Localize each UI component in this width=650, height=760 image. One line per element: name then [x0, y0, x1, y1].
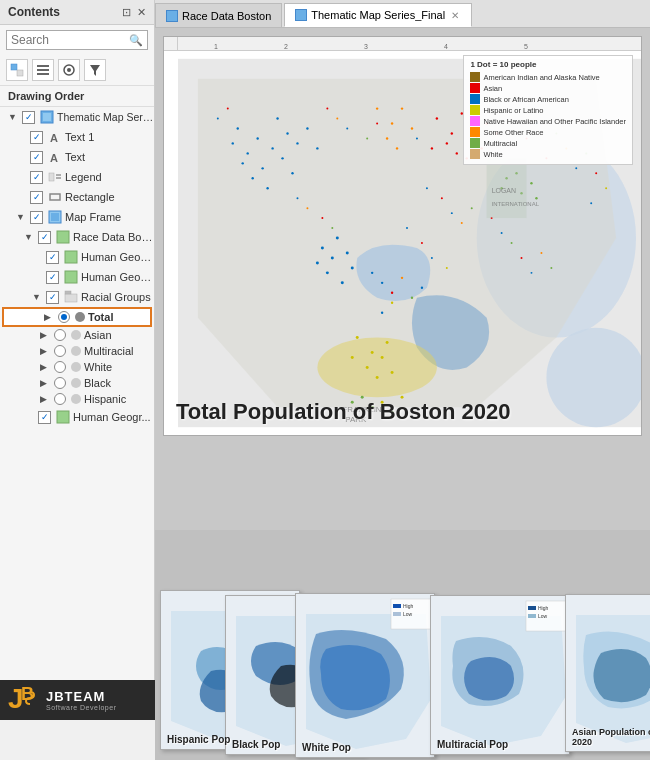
- tab-thematic-map[interactable]: Thematic Map Series_Final ✕: [284, 3, 472, 27]
- radio-white[interactable]: [54, 361, 66, 373]
- tree-label-asian: Asian: [84, 329, 112, 341]
- svg-point-82: [366, 366, 369, 369]
- svg-rect-159: [393, 612, 401, 616]
- radio-black[interactable]: [54, 377, 66, 389]
- svg-rect-0: [11, 64, 17, 70]
- map-area: 1 2 3 4 5: [155, 28, 650, 760]
- tree-label-legend: Legend: [65, 171, 102, 183]
- drawing-order-label: Drawing Order: [0, 86, 154, 107]
- ruler-top: 1 2 3 4 5: [164, 37, 641, 51]
- svg-point-41: [242, 162, 244, 164]
- legend-color-hispanic: [470, 105, 480, 115]
- svg-marker-7: [90, 65, 100, 76]
- tree-label-rectangle: Rectangle: [65, 191, 115, 203]
- svg-point-39: [266, 187, 268, 189]
- svg-point-111: [461, 222, 463, 224]
- humangeo3-icon: [55, 409, 71, 425]
- svg-text:High: High: [403, 603, 414, 609]
- hispanic-dot-icon: [71, 394, 81, 404]
- checkbox-racedata[interactable]: [38, 231, 51, 244]
- tree-item-mapframe[interactable]: ▼ Map Frame: [0, 207, 154, 227]
- tab-close-button[interactable]: ✕: [449, 10, 461, 21]
- sub-maps-area: High Low Hispanic Pop High Low: [155, 530, 650, 760]
- legend-dot-title: 1 Dot = 10 people: [470, 60, 626, 69]
- svg-point-46: [336, 237, 339, 240]
- svg-rect-19: [65, 251, 77, 263]
- sub-map-multiracial: High Low Multiracial Pop: [430, 595, 570, 755]
- toolbar-btn-1[interactable]: [6, 59, 28, 81]
- close-icon[interactable]: ✕: [137, 6, 146, 19]
- tree-item-multiracial[interactable]: ▶ Multiracial: [0, 343, 154, 359]
- svg-point-120: [406, 227, 408, 229]
- expand-icon: ▶: [44, 312, 56, 322]
- tree-item-total[interactable]: ▶ Total: [2, 307, 152, 327]
- tree-item-text1[interactable]: A Text 1: [0, 127, 154, 147]
- toolbar-btn-4[interactable]: [84, 59, 106, 81]
- expand-icon: ▼: [32, 292, 44, 302]
- svg-point-103: [590, 202, 592, 204]
- checkbox-text1[interactable]: [30, 131, 43, 144]
- svg-point-49: [321, 246, 324, 249]
- legend-item-multiracial: Multiracial: [470, 138, 626, 148]
- tree-label-text1: Text 1: [65, 131, 94, 143]
- radio-multiracial[interactable]: [54, 345, 66, 357]
- svg-point-62: [431, 147, 433, 149]
- toolbar-btn-2[interactable]: [32, 59, 54, 81]
- checkbox-racialgroups[interactable]: [46, 291, 59, 304]
- tree-view: ▼ Thematic Map Series A Text 1 A Text: [0, 107, 154, 720]
- checkbox-mapframe[interactable]: [30, 211, 43, 224]
- checkbox-humangeo1[interactable]: [46, 251, 59, 264]
- checkbox-text[interactable]: [30, 151, 43, 164]
- checkbox-rectangle[interactable]: [30, 191, 43, 204]
- svg-point-54: [436, 117, 438, 119]
- tree-item-text[interactable]: A Text: [0, 147, 154, 167]
- toolbar-btn-3[interactable]: [58, 59, 80, 81]
- tree-item-thematic-map-series[interactable]: ▼ Thematic Map Series: [0, 107, 154, 127]
- text-icon-2: A: [47, 149, 63, 165]
- tree-item-humangeo1[interactable]: Human Geogr...: [0, 247, 154, 267]
- svg-point-121: [421, 242, 423, 244]
- tree-item-racedataborston[interactable]: ▼ Race Data Bosto...: [0, 227, 154, 247]
- checkbox-humangeo3[interactable]: [38, 411, 51, 424]
- tree-item-racialgroups[interactable]: ▼ Racial Groups: [0, 287, 154, 307]
- svg-point-118: [540, 252, 542, 254]
- legend-color-aian: [470, 72, 480, 82]
- pin-icon[interactable]: ⊡: [122, 6, 131, 19]
- legend-label-hispanic: Hispanic or Latino: [483, 106, 543, 115]
- tree-item-legend[interactable]: Legend: [0, 167, 154, 187]
- tab-race-data[interactable]: Race Data Boston: [155, 3, 282, 27]
- svg-point-81: [381, 356, 384, 359]
- tree-item-humangeo3[interactable]: Human Geogr...: [0, 407, 154, 427]
- tree-item-humangeo2[interactable]: Human Geogr...: [0, 267, 154, 287]
- svg-point-92: [376, 123, 378, 125]
- checkbox-thematic[interactable]: [22, 111, 35, 124]
- svg-point-130: [391, 302, 393, 304]
- sub-map-title-asian: Asian Population of Boston 2020: [572, 727, 650, 747]
- tree-item-rectangle[interactable]: Rectangle: [0, 187, 154, 207]
- sub-map-title-hispanic: Hispanic Pop: [167, 734, 230, 745]
- checkbox-legend[interactable]: [30, 171, 43, 184]
- svg-point-78: [356, 336, 359, 339]
- tree-item-black[interactable]: ▶ Black: [0, 375, 154, 391]
- legend-label-black: Black or African American: [483, 95, 568, 104]
- radio-total[interactable]: [58, 311, 70, 323]
- logo-subtitle: Software Developer: [46, 704, 116, 711]
- tab-label-race-data: Race Data Boston: [182, 10, 271, 22]
- svg-point-123: [446, 267, 448, 269]
- tree-item-white[interactable]: ▶ White: [0, 359, 154, 375]
- search-input[interactable]: [11, 33, 129, 47]
- tree-item-hispanic[interactable]: ▶ Hispanic: [0, 391, 154, 407]
- svg-point-29: [317, 338, 436, 398]
- sub-map-asian: High Low Asian Population of Boston 2020: [565, 594, 650, 752]
- radio-asian[interactable]: [54, 329, 66, 341]
- ruler-mark-4: 4: [444, 43, 448, 50]
- ruler-mark-2: 2: [284, 43, 288, 50]
- svg-point-89: [336, 118, 338, 120]
- tree-item-asian[interactable]: ▶ Asian: [0, 327, 154, 343]
- radio-hispanic[interactable]: [54, 393, 66, 405]
- svg-rect-165: [528, 614, 536, 618]
- checkbox-humangeo2[interactable]: [46, 271, 59, 284]
- svg-point-85: [376, 376, 379, 379]
- tab-map-icon-2: [295, 9, 307, 21]
- svg-rect-4: [37, 73, 49, 75]
